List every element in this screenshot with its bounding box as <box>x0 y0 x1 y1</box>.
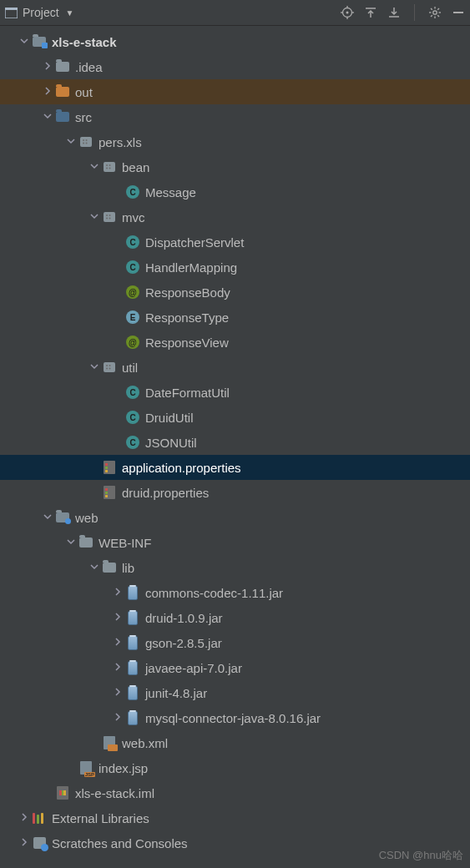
file-web-xml[interactable]: ›web.xml <box>0 730 470 755</box>
collapse-all-icon[interactable] <box>387 6 401 19</box>
tree-item-label: bean <box>122 160 149 174</box>
chevron-down-icon[interactable] <box>87 212 102 222</box>
chevron-right-icon[interactable] <box>110 688 125 698</box>
chevron-right-icon[interactable] <box>110 713 125 723</box>
chevron-down-icon[interactable] <box>63 537 78 548</box>
jar-icon <box>125 685 140 700</box>
jar-commons-codec[interactable]: commons-codec-1.11.jar <box>0 580 470 605</box>
jar-junit[interactable]: junit-4.8.jar <box>0 680 470 705</box>
package-util[interactable]: util <box>0 355 470 380</box>
external-libraries[interactable]: External Libraries <box>0 805 470 830</box>
jar-gson[interactable]: gson-2.8.5.jar <box>0 630 470 655</box>
expand-all-icon[interactable] <box>364 6 377 19</box>
anno-responseview[interactable]: ›@ResponseView <box>0 330 470 355</box>
tree-item-label: out <box>75 85 93 99</box>
tree-item-label: HandlerMapping <box>145 260 237 275</box>
file-index-jsp[interactable]: ›index.jsp <box>0 755 470 780</box>
class-icon: C <box>125 235 140 250</box>
chevron-down-icon[interactable] <box>63 137 78 147</box>
module-icon <box>32 34 47 49</box>
file-iml[interactable]: ›xls-e-stack.iml <box>0 780 470 805</box>
tree-item-label: xls-e-stack <box>52 35 117 49</box>
tree-item-label: commons-codec-1.11.jar <box>145 586 283 600</box>
tree-item-label: javaee-api-7.0.jar <box>145 661 242 675</box>
chevron-right-icon[interactable] <box>110 663 125 673</box>
svg-point-3 <box>346 12 349 14</box>
svg-line-20 <box>437 8 439 10</box>
scratch-icon <box>32 835 47 850</box>
jar-mysql-connector[interactable]: mysql-connector-java-8.0.16.jar <box>0 705 470 730</box>
folder-orange-icon <box>55 84 70 99</box>
project-tree[interactable]: xls-e-stack.ideaoutsrcpers.xlsbean›CMess… <box>0 26 470 855</box>
project-root[interactable]: xls-e-stack <box>0 29 470 54</box>
hide-icon[interactable] <box>452 6 465 19</box>
jar-icon <box>125 660 140 675</box>
tree-item-label: druid.properties <box>122 486 209 500</box>
chevron-right-icon[interactable] <box>17 838 32 848</box>
folder-webinf[interactable]: WEB-INF <box>0 530 470 555</box>
class-message[interactable]: ›CMessage <box>0 179 470 204</box>
tree-item-label: External Libraries <box>52 811 149 825</box>
jar-druid[interactable]: druid-1.0.9.jar <box>0 605 470 630</box>
props-icon <box>102 485 117 500</box>
file-druid-properties[interactable]: ›druid.properties <box>0 480 470 505</box>
folder-lib[interactable]: lib <box>0 555 470 580</box>
svg-rect-1 <box>5 8 18 10</box>
project-tool-icon <box>5 8 18 18</box>
class-jsonutil[interactable]: ›CJSONUtil <box>0 430 470 455</box>
jar-javaee-api[interactable]: javaee-api-7.0.jar <box>0 655 470 680</box>
folder-idea[interactable]: .idea <box>0 54 470 79</box>
tree-item-label: DispatcherServlet <box>145 235 244 250</box>
class-dateformatutil[interactable]: ›CDateFormatUtil <box>0 380 470 405</box>
tree-item-label: ResponseView <box>145 336 229 350</box>
pkg-icon <box>78 134 93 149</box>
folder-web[interactable]: web <box>0 505 470 530</box>
class-druidutil[interactable]: ›CDruidUtil <box>0 405 470 430</box>
class-handlermapping[interactable]: ›CHandlerMapping <box>0 255 470 280</box>
svg-point-12 <box>433 11 437 14</box>
lib-icon <box>32 810 47 825</box>
package-mvc[interactable]: mvc <box>0 204 470 230</box>
jar-icon <box>125 710 140 725</box>
chevron-right-icon[interactable] <box>17 813 32 823</box>
package-pers-xls[interactable]: pers.xls <box>0 129 470 154</box>
chevron-down-icon[interactable] <box>17 37 32 47</box>
anno-icon: @ <box>125 285 140 300</box>
locate-icon[interactable] <box>341 6 354 19</box>
chevron-down-icon[interactable] <box>87 362 102 372</box>
anno-responsebody[interactable]: ›@ResponseBody <box>0 280 470 305</box>
tree-item-label: druid-1.0.9.jar <box>145 611 223 625</box>
folder-src[interactable]: src <box>0 104 470 129</box>
chevron-down-icon[interactable] <box>87 563 102 573</box>
chevron-right-icon[interactable] <box>110 588 125 598</box>
tree-item-label: ResponseBody <box>145 285 230 300</box>
chevron-right-icon[interactable] <box>40 62 55 72</box>
settings-icon[interactable] <box>428 6 442 19</box>
class-dispatcherservlet[interactable]: ›CDispatcherServlet <box>0 230 470 255</box>
tree-item-label: junit-4.8.jar <box>145 686 207 700</box>
svg-line-18 <box>437 15 439 17</box>
tree-item-label: DateFormatUtil <box>145 386 230 400</box>
chevron-right-icon[interactable] <box>40 87 55 97</box>
project-toolbar: Project ▼ <box>0 0 470 26</box>
class-icon: C <box>125 435 140 450</box>
props-icon <box>102 460 117 475</box>
chevron-right-icon[interactable] <box>110 613 125 623</box>
pkg-icon <box>102 209 117 225</box>
pkg-icon <box>102 360 117 375</box>
enum-responsetype[interactable]: ›EResponseType <box>0 305 470 330</box>
class-icon: C <box>125 410 140 425</box>
chevron-down-icon[interactable] <box>40 512 55 522</box>
file-application-properties[interactable]: ›application.properties <box>0 455 470 480</box>
webroot-icon <box>55 510 70 525</box>
project-view-selector[interactable]: Project ▼ <box>5 6 73 19</box>
tree-item-label: ResponseType <box>145 310 229 325</box>
chevron-down-icon[interactable] <box>40 112 55 122</box>
tree-item-label: src <box>75 110 92 124</box>
svg-line-17 <box>431 8 432 10</box>
chevron-down-icon[interactable] <box>87 162 102 172</box>
chevron-right-icon[interactable] <box>110 638 125 648</box>
package-bean[interactable]: bean <box>0 154 470 179</box>
tree-item-label: gson-2.8.5.jar <box>145 636 222 650</box>
folder-out[interactable]: out <box>0 79 470 104</box>
